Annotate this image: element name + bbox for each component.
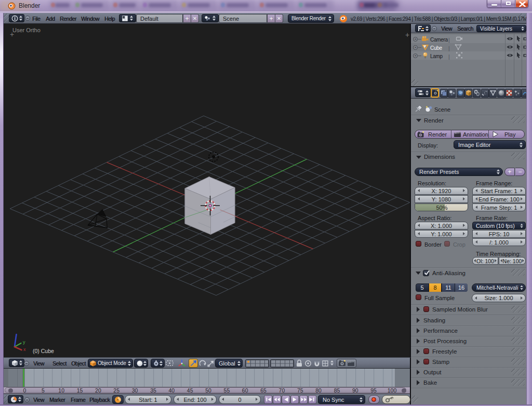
svg-text:x: x: [23, 347, 26, 352]
svg-text:y: y: [23, 340, 25, 345]
